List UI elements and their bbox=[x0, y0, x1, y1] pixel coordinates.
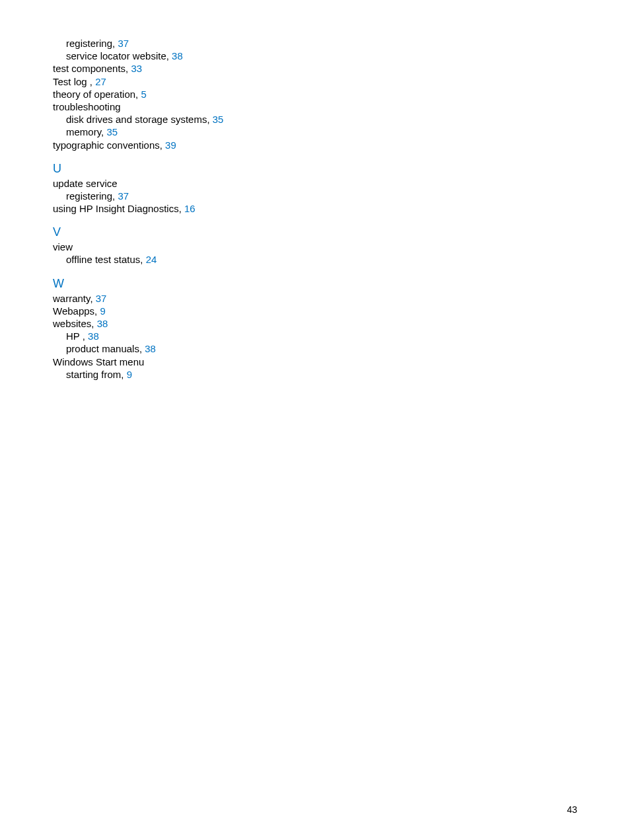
entry-text: service locator website, bbox=[66, 50, 172, 61]
entry-text: registering, bbox=[66, 38, 118, 49]
page-link[interactable]: 9 bbox=[100, 305, 105, 317]
index-entry: view bbox=[53, 241, 577, 253]
entry-text: troubleshooting bbox=[53, 101, 121, 112]
page-link[interactable]: 35 bbox=[106, 126, 118, 137]
entry-text: Test log , bbox=[53, 76, 95, 87]
index-entry: Webapps, 9 bbox=[53, 305, 577, 317]
page-link[interactable]: 9 bbox=[127, 369, 132, 380]
entry-text: registering, bbox=[66, 190, 118, 202]
index-entry: troubleshooting bbox=[53, 100, 577, 113]
entry-text: Webapps, bbox=[53, 305, 100, 317]
index-entry: offline test status, 24 bbox=[53, 253, 577, 266]
entry-text: starting from, bbox=[66, 369, 127, 380]
index-entry: registering, 37 bbox=[53, 190, 577, 202]
page-link[interactable]: 37 bbox=[96, 293, 107, 304]
index-entry: theory of operation, 5 bbox=[53, 88, 577, 100]
index-entry: websites, 38 bbox=[53, 317, 577, 330]
entry-text: view bbox=[53, 241, 73, 252]
page-link[interactable]: 35 bbox=[213, 114, 224, 125]
index-entry: product manuals, 38 bbox=[53, 342, 577, 355]
entry-text: memory, bbox=[66, 126, 106, 137]
index-entry: registering, 37 bbox=[53, 37, 577, 50]
index-entry: test components, 33 bbox=[53, 62, 577, 75]
page-link[interactable]: 38 bbox=[88, 330, 99, 342]
page-link[interactable]: 38 bbox=[145, 343, 156, 354]
page-number: 43 bbox=[567, 804, 577, 815]
index-page: registering, 37 service locator website,… bbox=[0, 0, 630, 381]
entry-text: disk drives and storage systems, bbox=[66, 114, 213, 125]
page-link[interactable]: 37 bbox=[118, 38, 129, 49]
index-entry: Windows Start menu bbox=[53, 356, 577, 368]
entry-text: offline test status, bbox=[66, 254, 146, 265]
entry-text: websites, bbox=[53, 318, 97, 329]
entry-text: Windows Start menu bbox=[53, 356, 144, 367]
page-link[interactable]: 16 bbox=[184, 203, 195, 214]
index-entry: update service bbox=[53, 177, 577, 190]
page-link[interactable]: 38 bbox=[172, 50, 183, 61]
index-entry: disk drives and storage systems, 35 bbox=[53, 113, 577, 126]
entry-text: theory of operation, bbox=[53, 89, 141, 100]
page-link[interactable]: 38 bbox=[97, 318, 108, 329]
index-entry: warranty, 37 bbox=[53, 292, 577, 305]
section-letter-w: W bbox=[53, 277, 577, 291]
entry-text: HP , bbox=[66, 330, 88, 342]
entry-text: using HP Insight Diagnostics, bbox=[53, 203, 184, 214]
index-entry: typographic conventions, 39 bbox=[53, 139, 577, 151]
page-link[interactable]: 37 bbox=[118, 190, 129, 202]
entry-text: test components, bbox=[53, 63, 131, 74]
page-link[interactable]: 27 bbox=[95, 76, 106, 87]
index-entry: HP , 38 bbox=[53, 330, 577, 342]
index-entry: memory, 35 bbox=[53, 126, 577, 138]
page-link[interactable]: 5 bbox=[141, 89, 146, 100]
entry-text: warranty, bbox=[53, 293, 96, 304]
page-link[interactable]: 39 bbox=[165, 139, 176, 151]
index-entry: Test log , 27 bbox=[53, 75, 577, 88]
page-link[interactable]: 33 bbox=[131, 63, 142, 74]
entry-text: typographic conventions, bbox=[53, 139, 165, 151]
entry-text: product manuals, bbox=[66, 343, 145, 354]
page-link[interactable]: 24 bbox=[146, 254, 157, 265]
index-entry: service locator website, 38 bbox=[53, 50, 577, 62]
entry-text: update service bbox=[53, 178, 118, 189]
index-entry: starting from, 9 bbox=[53, 368, 577, 381]
section-letter-v: V bbox=[53, 225, 577, 239]
section-letter-u: U bbox=[53, 162, 577, 176]
index-entry: using HP Insight Diagnostics, 16 bbox=[53, 202, 577, 215]
